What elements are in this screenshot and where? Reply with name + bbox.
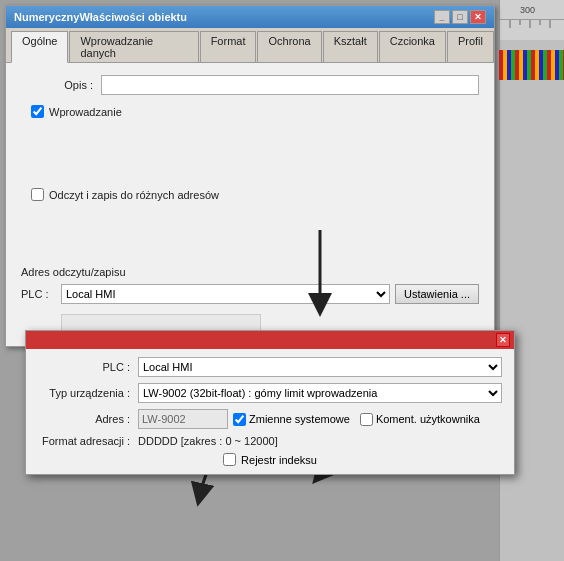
address-section: Adres odczytu/zapisu PLC : Local HMI Ust… (21, 266, 479, 304)
sub-plc-row: PLC : Local HMI (38, 357, 502, 377)
plc-select[interactable]: Local HMI (61, 284, 390, 304)
sub-dialog-titlebar: ✕ (26, 331, 514, 349)
wprowadzanie-row: Wprowadzanie (21, 105, 479, 118)
sub-format-label: Format adresacji : (38, 435, 138, 447)
odczyt-label: Odczyt i zapis do różnych adresów (49, 189, 219, 201)
minimize-button[interactable]: _ (434, 10, 450, 24)
sub-typ-row: Typ urządzenia : LW-9002 (32bit-float) :… (38, 383, 502, 403)
opis-row: Opis : (21, 75, 479, 95)
tab-format[interactable]: Format (200, 31, 257, 62)
sub-typ-label: Typ urządzenia : (38, 387, 138, 399)
main-dialog-titlebar: NumerycznyWłaściwości obiektu _ □ ✕ (6, 6, 494, 28)
koment-label: Koment. użytkownika (376, 413, 480, 425)
koment-item: Koment. użytkownika (360, 413, 480, 426)
opis-label: Opis : (21, 79, 101, 91)
close-button[interactable]: ✕ (470, 10, 486, 24)
ruler-ticks (500, 20, 564, 40)
sub-dialog: ✕ PLC : Local HMI Typ urządzenia : LW-90… (25, 330, 515, 475)
plc-row: PLC : Local HMI Ustawienia ... (21, 284, 479, 304)
sub-adres-label: Adres : (38, 413, 138, 425)
sub-format-value: DDDDD [zakres : 0 ~ 12000] (138, 435, 278, 447)
koment-checkbox[interactable] (360, 413, 373, 426)
main-dialog: NumerycznyWłaściwości obiektu _ □ ✕ Ogól… (5, 5, 495, 347)
sub-plc-label: PLC : (38, 361, 138, 373)
main-dialog-title: NumerycznyWłaściwości obiektu (14, 11, 187, 23)
tab-ochrona[interactable]: Ochrona (257, 31, 321, 62)
zmienne-item: Zmienne systemowe (233, 413, 350, 426)
title-controls: _ □ ✕ (434, 10, 486, 24)
settings-button[interactable]: Ustawienia ... (395, 284, 479, 304)
plc-label: PLC : (21, 288, 56, 300)
sub-adres-input[interactable] (138, 409, 228, 429)
tabs-row: Ogólne Wprowadzanie danych Format Ochron… (6, 28, 494, 63)
adres-section-label: Adres odczytu/zapisu (21, 266, 479, 278)
main-content: Opis : Wprowadzanie Odczyt i zapis do ró… (6, 63, 494, 346)
zmienne-checkbox[interactable] (233, 413, 246, 426)
tab-ksztalt[interactable]: Kształt (323, 31, 378, 62)
sub-plc-select[interactable]: Local HMI (138, 357, 502, 377)
wprowadzanie-label: Wprowadzanie (49, 106, 122, 118)
ruler-area: 300 (499, 0, 564, 561)
opis-input[interactable] (101, 75, 479, 95)
sub-typ-select[interactable]: LW-9002 (32bit-float) : gómy limit wprow… (138, 383, 502, 403)
tab-ogolne[interactable]: Ogólne (11, 31, 68, 63)
zmienne-label: Zmienne systemowe (249, 413, 350, 425)
sub-close-button[interactable]: ✕ (496, 333, 510, 347)
sub-content: PLC : Local HMI Typ urządzenia : LW-9002… (26, 349, 514, 474)
tab-profil[interactable]: Profil (447, 31, 494, 62)
rejestr-checkbox[interactable] (223, 453, 236, 466)
tab-czcionka[interactable]: Czcionka (379, 31, 446, 62)
odczyt-row: Odczyt i zapis do różnych adresów (21, 188, 479, 201)
rejestr-label: Rejestr indeksu (241, 454, 317, 466)
ruler-header: 300 (500, 0, 564, 20)
tab-wprowadzanie[interactable]: Wprowadzanie danych (69, 31, 198, 62)
sub-format-row: Format adresacji : DDDDD [zakres : 0 ~ 1… (38, 435, 502, 447)
wprowadzanie-checkbox[interactable] (31, 105, 44, 118)
maximize-button[interactable]: □ (452, 10, 468, 24)
color-bar (499, 50, 564, 80)
sub-checkbox-group: Zmienne systemowe Koment. użytkownika (233, 413, 502, 426)
sub-rejestr-row: Rejestr indeksu (38, 453, 502, 466)
odczyt-checkbox[interactable] (31, 188, 44, 201)
sub-adres-row: Adres : Zmienne systemowe Koment. użytko… (38, 409, 502, 429)
